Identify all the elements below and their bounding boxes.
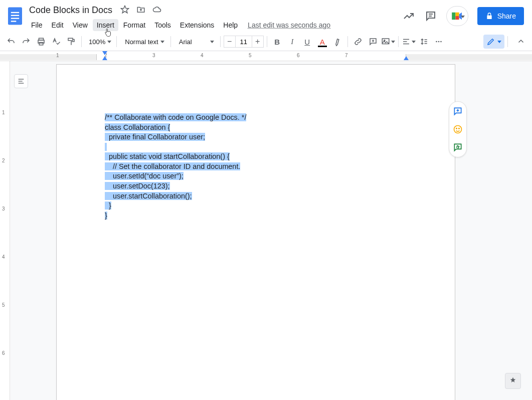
- comment-reaction-rail: [449, 101, 467, 157]
- hide-menus-button[interactable]: [514, 35, 528, 49]
- comments-icon[interactable]: [424, 10, 437, 23]
- vruler-mark: 5: [2, 302, 5, 308]
- move-icon[interactable]: [136, 5, 145, 16]
- ruler-mark: 7: [345, 53, 348, 58]
- undo-button[interactable]: [4, 35, 18, 49]
- paint-format-button[interactable]: [64, 35, 78, 49]
- vruler-mark: 1: [2, 110, 5, 115]
- vruler-mark: 3: [2, 206, 5, 212]
- svg-rect-9: [455, 13, 459, 16]
- svg-rect-3: [11, 18, 19, 19]
- activity-icon[interactable]: [402, 10, 415, 23]
- last-edit-link[interactable]: Last edit was seconds ago: [248, 21, 330, 29]
- header: Code Blocks in Docs File Edit View Inser…: [0, 0, 532, 32]
- italic-button[interactable]: I: [285, 35, 299, 49]
- separator: [347, 36, 348, 47]
- code-line[interactable]: public static void startCollaboration() …: [105, 152, 407, 162]
- first-line-indent-marker[interactable]: [102, 51, 107, 55]
- code-line[interactable]: // Set the collaborator ID and document.: [105, 162, 407, 172]
- svg-point-28: [436, 41, 437, 43]
- ruler-mark: 5: [249, 53, 252, 58]
- paragraph-style-select[interactable]: Normal text: [120, 38, 167, 46]
- insert-image-button[interactable]: [381, 35, 395, 49]
- chevron-down-icon: [497, 41, 501, 43]
- font-size-input[interactable]: [236, 36, 252, 48]
- separator: [81, 36, 82, 47]
- cloud-status-icon[interactable]: [152, 5, 161, 16]
- font-size-group: − +: [224, 36, 264, 48]
- left-indent-marker[interactable]: [102, 56, 107, 60]
- document-title[interactable]: Code Blocks in Docs: [27, 4, 114, 17]
- code-line[interactable]: class Collaboration {: [105, 123, 407, 133]
- vertical-ruler[interactable]: 123456: [0, 61, 10, 400]
- code-line[interactable]: }: [105, 201, 407, 211]
- font-family-select[interactable]: Arial: [174, 38, 217, 46]
- code-line[interactable]: user.setDoc(123);: [105, 181, 407, 191]
- selected-code-block[interactable]: /** Collaborate with code on Google Docs…: [105, 113, 407, 221]
- menu-format[interactable]: Format: [119, 19, 149, 31]
- header-actions: Share: [402, 0, 532, 26]
- show-outline-button[interactable]: [14, 74, 28, 88]
- star-icon[interactable]: [120, 5, 129, 16]
- toolbar: 100% Normal text Arial − + B I U A: [0, 32, 532, 51]
- separator: [170, 36, 171, 47]
- horizontal-ruler[interactable]: 1234567: [0, 51, 532, 61]
- zoom-select[interactable]: 100%: [85, 38, 113, 46]
- share-button[interactable]: Share: [477, 7, 524, 25]
- svg-rect-10: [455, 16, 459, 20]
- underline-button[interactable]: U: [300, 35, 314, 49]
- code-line[interactable]: private final Collaborator user;: [105, 132, 407, 142]
- bold-button[interactable]: B: [270, 35, 284, 49]
- more-tools-button[interactable]: [432, 35, 446, 49]
- line-spacing-button[interactable]: [417, 35, 431, 49]
- vruler-mark: 6: [2, 350, 5, 356]
- increase-font-size-button[interactable]: +: [252, 36, 264, 48]
- explore-button[interactable]: [505, 373, 521, 389]
- right-indent-marker[interactable]: [404, 56, 409, 60]
- menu-edit[interactable]: Edit: [48, 19, 68, 31]
- code-line[interactable]: /** Collaborate with code on Google Docs…: [105, 113, 407, 123]
- emoji-reaction-icon[interactable]: [452, 124, 463, 135]
- code-line[interactable]: }: [105, 211, 407, 221]
- decrease-font-size-button[interactable]: −: [224, 36, 236, 48]
- menu-help[interactable]: Help: [219, 19, 242, 31]
- menu-view[interactable]: View: [69, 19, 92, 31]
- chevron-down-icon: [107, 41, 111, 43]
- redo-button[interactable]: [19, 35, 33, 49]
- svg-rect-2: [11, 15, 19, 16]
- svg-rect-8: [452, 13, 455, 20]
- suggest-edits-icon[interactable]: [452, 142, 463, 153]
- spellcheck-button[interactable]: [49, 35, 63, 49]
- add-comment-icon[interactable]: [452, 106, 463, 117]
- text-color-button[interactable]: A: [315, 35, 329, 49]
- ruler-mark: 3: [152, 53, 155, 58]
- vruler-mark: 2: [2, 158, 5, 163]
- svg-rect-1: [11, 12, 19, 13]
- meet-button[interactable]: [446, 6, 468, 26]
- code-line[interactable]: [105, 142, 407, 152]
- svg-marker-11: [459, 13, 461, 20]
- chevron-down-icon: [160, 41, 164, 43]
- chevron-down-icon: [412, 41, 416, 43]
- share-label: Share: [497, 12, 516, 20]
- workspace: 123456 /** Collaborate with code on Goog…: [0, 61, 532, 400]
- highlight-color-button[interactable]: [330, 35, 344, 49]
- ruler-mark: 4: [201, 53, 204, 58]
- svg-point-30: [440, 41, 442, 43]
- align-button[interactable]: [402, 35, 416, 49]
- docs-logo-icon[interactable]: [5, 3, 25, 29]
- svg-point-38: [459, 128, 460, 129]
- editing-mode-chip[interactable]: [483, 35, 504, 49]
- menu-extensions[interactable]: Extensions: [176, 19, 218, 31]
- insert-link-button[interactable]: [351, 35, 365, 49]
- separator: [116, 36, 117, 47]
- insert-comment-button[interactable]: [366, 35, 380, 49]
- svg-point-36: [454, 126, 462, 133]
- menu-tools[interactable]: Tools: [150, 19, 175, 31]
- code-line[interactable]: user.startCollaboration();: [105, 191, 407, 202]
- code-line[interactable]: user.setId(“doc user”);: [105, 171, 407, 181]
- document-page[interactable]: /** Collaborate with code on Google Docs…: [56, 64, 455, 400]
- menu-file[interactable]: File: [27, 19, 47, 31]
- print-button[interactable]: [34, 35, 48, 49]
- chevron-down-icon: [391, 41, 395, 43]
